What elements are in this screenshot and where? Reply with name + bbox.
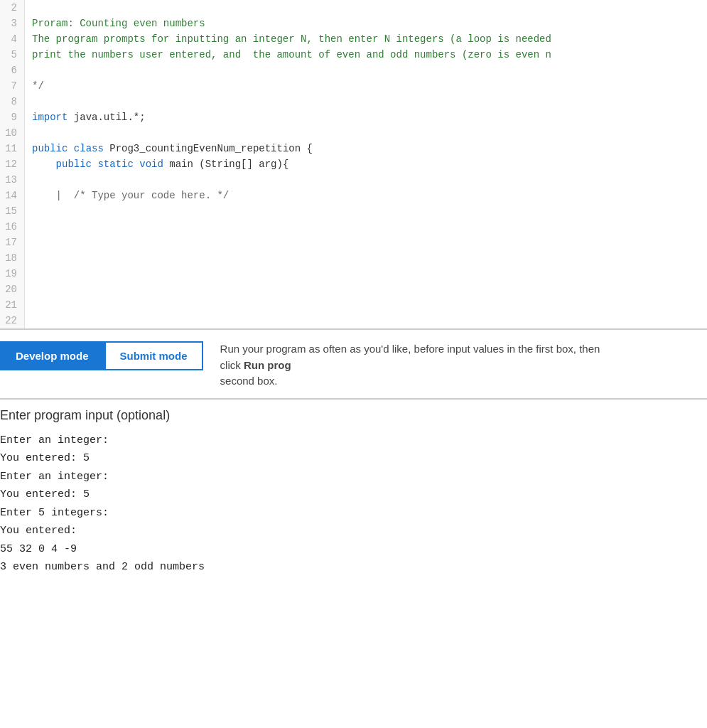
code-line: 10 xyxy=(0,125,707,141)
line-number: 21 xyxy=(0,297,25,313)
code-line: 20 xyxy=(0,282,707,297)
line-number: 2 xyxy=(0,0,25,16)
line-number: 6 xyxy=(0,63,25,78)
line-content: */ xyxy=(25,78,707,94)
line-number: 15 xyxy=(0,203,25,219)
line-number: 11 xyxy=(0,141,25,156)
mode-description-text2: second box. xyxy=(220,375,278,387)
line-content: | /* Type your code here. */ xyxy=(25,188,707,203)
output-line: 55 32 0 4 -9 xyxy=(0,540,707,559)
code-line: 18 xyxy=(0,250,707,266)
code-line: 16 xyxy=(0,219,707,235)
code-line: 11 public class Prog3_countingEvenNum_re… xyxy=(0,141,707,156)
code-line: 15 xyxy=(0,203,707,219)
code-line: 17 xyxy=(0,235,707,250)
code-line: 5 print the numbers user entered, and th… xyxy=(0,47,707,63)
output-line: You entered: 5 xyxy=(0,486,707,504)
code-line: 9 import java.util.*; xyxy=(0,109,707,125)
run-prog-label: Run prog xyxy=(244,359,291,371)
line-number: 20 xyxy=(0,282,25,297)
code-line: 3 Proram: Counting even numbers xyxy=(0,16,707,31)
line-number: 3 xyxy=(0,16,25,31)
line-number: 22 xyxy=(0,313,25,328)
output-line: 3 even numbers and 2 odd numbers xyxy=(0,558,707,577)
code-line: 8 xyxy=(0,94,707,109)
code-line: 21 xyxy=(0,297,707,313)
line-content: public class Prog3_countingEvenNum_repet… xyxy=(25,141,707,156)
line-number: 12 xyxy=(0,156,25,172)
line-content: Proram: Counting even numbers xyxy=(25,16,707,31)
code-line: 22 xyxy=(0,313,707,328)
output-line: Enter 5 integers: xyxy=(0,504,707,523)
code-line: 14 | /* Type your code here. */ xyxy=(0,188,707,203)
code-line: 4 The program prompts for inputting an i… xyxy=(0,31,707,47)
line-number: 19 xyxy=(0,266,25,282)
line-content: import java.util.*; xyxy=(25,109,707,125)
code-line: 12 public static void main (String[] arg… xyxy=(0,156,707,172)
line-content: print the numbers user entered, and the … xyxy=(25,47,707,63)
bottom-section: Develop mode Submit mode Run your progra… xyxy=(0,330,707,577)
input-section: Enter program input (optional) Enter an … xyxy=(0,398,707,577)
output-line: Enter an integer: xyxy=(0,468,707,486)
code-line: 2 xyxy=(0,0,707,16)
line-number: 13 xyxy=(0,172,25,188)
line-number: 4 xyxy=(0,31,25,47)
code-line: 7 */ xyxy=(0,78,707,94)
output-line: You entered: 5 xyxy=(0,449,707,468)
mode-row: Develop mode Submit mode Run your progra… xyxy=(0,330,707,398)
mode-buttons: Develop mode Submit mode xyxy=(0,341,203,370)
line-number: 9 xyxy=(0,109,25,125)
line-content: The program prompts for inputting an int… xyxy=(25,31,707,47)
line-number: 14 xyxy=(0,188,25,203)
develop-mode-button[interactable]: Develop mode xyxy=(0,341,104,370)
input-section-title: Enter program input (optional) xyxy=(0,408,707,423)
code-line: 19 xyxy=(0,266,707,282)
output-line: You entered: xyxy=(0,522,707,540)
line-number: 5 xyxy=(0,47,25,63)
line-number: 10 xyxy=(0,125,25,141)
line-number: 7 xyxy=(0,78,25,94)
code-line: 13 xyxy=(0,172,707,188)
line-number: 8 xyxy=(0,94,25,109)
line-number: 17 xyxy=(0,235,25,250)
code-line: 6 xyxy=(0,63,707,78)
mode-description: Run your program as often as you'd like,… xyxy=(220,341,604,390)
program-output: Enter an integer: You entered: 5 Enter a… xyxy=(0,432,707,577)
line-number: 16 xyxy=(0,219,25,235)
line-content: public static void main (String[] arg){ xyxy=(25,156,707,172)
submit-mode-button[interactable]: Submit mode xyxy=(104,341,203,370)
code-editor[interactable]: 2 3 Proram: Counting even numbers 4 The … xyxy=(0,0,707,330)
line-number: 18 xyxy=(0,250,25,266)
output-line: Enter an integer: xyxy=(0,432,707,450)
